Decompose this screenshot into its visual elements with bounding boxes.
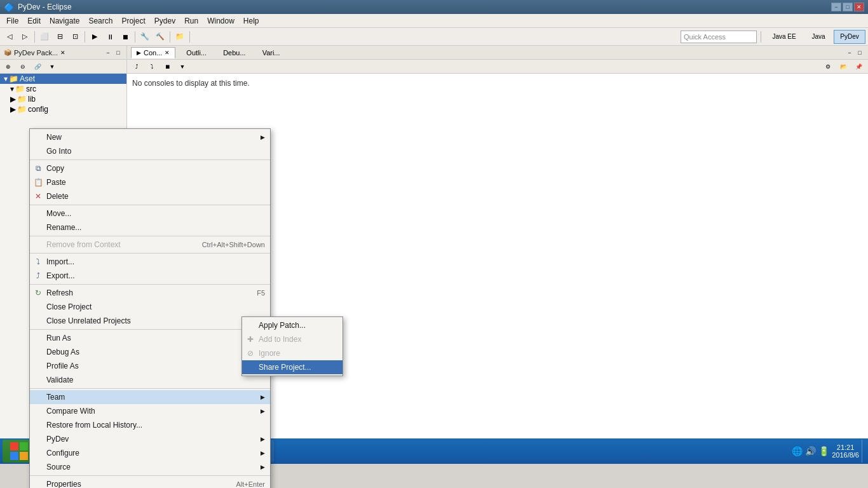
- menu-window[interactable]: Window: [203, 15, 238, 27]
- ctx-configure[interactable]: Configure ▶: [30, 446, 270, 460]
- toolbar-btn-1[interactable]: ◁: [3, 30, 17, 44]
- ctx-team[interactable]: Team ▶: [30, 390, 270, 404]
- sub-ignore[interactable]: ⊘ Ignore: [242, 346, 342, 360]
- console-toolbar-btn-2[interactable]: ⤵: [145, 60, 159, 74]
- perspective-javaee[interactable]: Java EE: [765, 30, 803, 44]
- volume-icon: 🔊: [805, 446, 816, 456]
- ctx-delete[interactable]: ✕ Delete: [30, 189, 270, 203]
- menu-help[interactable]: Help: [240, 15, 263, 27]
- ctx-copy[interactable]: ⧉ Copy: [30, 161, 270, 175]
- toolbar-btn-11[interactable]: 📁: [173, 30, 187, 44]
- import-icon: ⤵: [32, 257, 44, 266]
- tab-debug[interactable]: Debu...: [217, 47, 251, 58]
- title-bar: 🔷 PyDev - Eclipse − □ ✕: [0, 0, 868, 14]
- close-button[interactable]: ✕: [854, 3, 864, 11]
- ctx-import[interactable]: ⤵ Import...: [30, 255, 270, 269]
- console-toolbar-settings[interactable]: ⚙: [821, 60, 835, 74]
- show-desktop[interactable]: [862, 440, 865, 463]
- ctx-move[interactable]: Move...: [30, 207, 270, 220]
- ctx-paste[interactable]: 📋 Paste: [30, 175, 270, 189]
- toolbar-btn-8[interactable]: ⏹: [118, 30, 132, 44]
- perspective-pydev[interactable]: PyDev: [834, 30, 865, 44]
- ctx-profile-as[interactable]: Profile As ▶: [30, 359, 270, 373]
- toolbar-sep-3: [135, 31, 135, 43]
- console-toolbar-pin[interactable]: 📌: [851, 60, 865, 74]
- folder-icon: 📁: [9, 74, 18, 83]
- ctx-pydev[interactable]: PyDev ▶: [30, 432, 270, 446]
- tree-item-root[interactable]: ▾ 📁 Aset: [0, 74, 126, 84]
- left-panel-minimize[interactable]: −: [104, 48, 112, 57]
- ctx-rename-label: Rename...: [46, 223, 81, 232]
- quick-access-input[interactable]: Quick Access: [681, 30, 757, 43]
- menu-pydev[interactable]: Pydev: [151, 15, 179, 27]
- svg-rect-2: [10, 452, 18, 460]
- tab-console[interactable]: ▶ Con... ✕: [131, 47, 175, 58]
- console-toolbar-open[interactable]: 📂: [836, 60, 850, 74]
- right-panel-minimize[interactable]: −: [845, 48, 854, 57]
- ctx-source[interactable]: Source ▶: [30, 460, 270, 474]
- menu-run[interactable]: Run: [180, 15, 202, 27]
- ctx-configure-label: Configure: [46, 449, 79, 458]
- panel-toolbar-collapse[interactable]: ⊕: [1, 60, 15, 74]
- ctx-close-project-label: Close Project: [46, 302, 92, 311]
- console-toolbar-btn-4[interactable]: ▼: [175, 60, 189, 74]
- toolbar-btn-5[interactable]: ⊡: [68, 30, 82, 44]
- toolbar-btn-9[interactable]: 🔧: [138, 30, 152, 44]
- ctx-rename[interactable]: Rename...: [30, 220, 270, 234]
- maximize-button[interactable]: □: [843, 3, 853, 11]
- ctx-import-label: Import...: [46, 257, 74, 266]
- menu-navigate[interactable]: Navigate: [46, 15, 83, 27]
- ctx-new[interactable]: New ▶: [30, 130, 270, 144]
- toolbar-btn-10[interactable]: 🔨: [153, 30, 167, 44]
- tab-outline[interactable]: Outli...: [180, 47, 212, 58]
- tab-variables[interactable]: Vari...: [257, 47, 286, 58]
- toolbar-btn-7[interactable]: ⏸: [103, 30, 117, 44]
- panel-toolbar-link[interactable]: 🔗: [31, 60, 44, 74]
- tree-item-3[interactable]: ▶ 📁 lib: [0, 94, 126, 104]
- ctx-run-as[interactable]: Run As ▶: [30, 331, 270, 345]
- toolbar-btn-4[interactable]: ⊟: [53, 30, 67, 44]
- menu-project[interactable]: Project: [118, 15, 149, 27]
- menu-search[interactable]: Search: [85, 15, 116, 27]
- right-panel-maximize[interactable]: □: [855, 48, 864, 57]
- minimize-button[interactable]: −: [831, 3, 841, 11]
- toolbar-btn-6[interactable]: ▶: [88, 30, 102, 44]
- ctx-restore-history-label: Restore from Local History...: [46, 421, 142, 430]
- ctx-remove-context[interactable]: Remove from Context Ctrl+Alt+Shift+Down: [30, 238, 270, 252]
- console-tab-close[interactable]: ✕: [165, 50, 170, 56]
- menu-file[interactable]: File: [3, 15, 22, 27]
- remove-context-shortcut: Ctrl+Alt+Shift+Down: [202, 241, 265, 248]
- panel-toolbar-settings[interactable]: ▼: [45, 60, 59, 74]
- menu-edit[interactable]: Edit: [24, 15, 44, 27]
- toolbar-btn-3[interactable]: ⬜: [37, 30, 51, 44]
- ctx-compare-with[interactable]: Compare With ▶: [30, 404, 270, 418]
- expand-icon-4: ▶: [10, 105, 16, 114]
- perspective-java[interactable]: Java: [806, 30, 831, 44]
- toolbar-sep-4: [170, 31, 170, 43]
- svg-rect-3: [20, 452, 28, 460]
- toolbar-sep-2: [85, 31, 85, 43]
- left-panel-title: PyDev Pack...: [14, 49, 58, 57]
- sub-apply-patch[interactable]: Apply Patch...: [242, 318, 342, 332]
- ctx-validate[interactable]: Validate: [30, 373, 270, 387]
- tree-item-4[interactable]: ▶ 📁 config: [0, 104, 126, 114]
- ctx-refresh[interactable]: ↻ Refresh F5: [30, 286, 270, 300]
- clock-display[interactable]: 21:21 2016/8/6: [832, 444, 859, 459]
- ctx-go-into[interactable]: Go Into: [30, 144, 270, 158]
- ctx-close-project[interactable]: Close Project: [30, 300, 270, 314]
- tree-item-2[interactable]: ▾ 📁 src: [0, 84, 126, 94]
- ctx-properties[interactable]: Properties Alt+Enter: [30, 477, 270, 488]
- panel-toolbar-expand[interactable]: ⊖: [16, 60, 30, 74]
- ctx-restore-history[interactable]: Restore from Local History...: [30, 418, 270, 432]
- console-toolbar-btn-3[interactable]: ⏹: [160, 60, 174, 74]
- configure-arrow: ▶: [261, 450, 265, 456]
- ctx-close-unrelated[interactable]: Close Unrelated Projects: [30, 314, 270, 328]
- left-panel-maximize[interactable]: □: [114, 48, 123, 57]
- ctx-sep-3: [30, 236, 270, 236]
- console-toolbar-btn-1[interactable]: ⤴: [130, 60, 144, 74]
- sub-share-project[interactable]: Share Project...: [242, 360, 342, 374]
- ctx-export[interactable]: ⤴ Export...: [30, 269, 270, 283]
- ctx-debug-as[interactable]: Debug As ▶: [30, 345, 270, 359]
- toolbar-btn-2[interactable]: ▷: [18, 30, 32, 44]
- sub-add-to-index[interactable]: ✚ Add to Index: [242, 332, 342, 346]
